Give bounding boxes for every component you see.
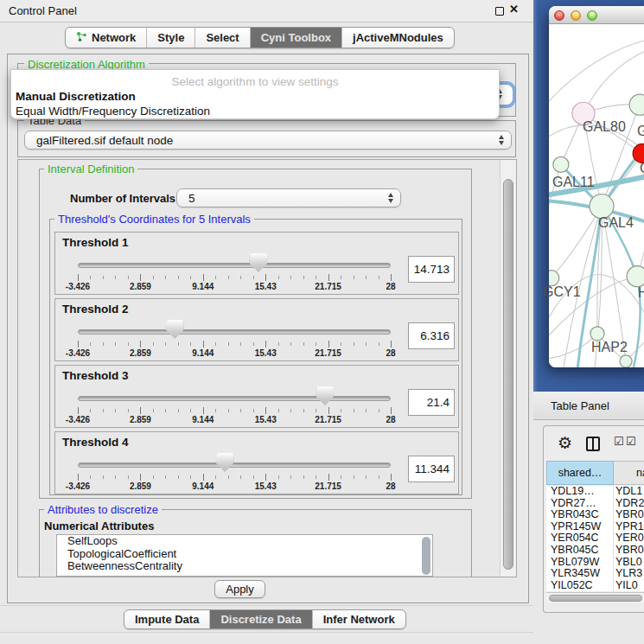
threshold-value-input[interactable] (408, 389, 455, 416)
cell-shared-name[interactable]: YLR345W (546, 568, 614, 580)
threshold-value-input[interactable] (408, 256, 455, 283)
tab-discretize-data[interactable]: Discretize Data (210, 610, 312, 628)
threshold-panel-3: Threshold 3 -3.4262.8599.14415.4321.7152… (54, 365, 459, 428)
slider-track[interactable] (78, 462, 391, 468)
table-row[interactable]: YBL079WYBL0 (546, 557, 644, 569)
cell-name[interactable]: YDL1 (614, 486, 644, 498)
cell-shared-name[interactable]: YIL052C (546, 580, 614, 591)
tab-cyni-toolbox[interactable]: Cyni Toolbox (251, 28, 342, 48)
cell-name[interactable]: YBL0 (614, 557, 644, 569)
cell-shared-name[interactable]: YER054C (546, 532, 614, 545)
tick-label: 2.859 (130, 481, 151, 491)
table-row[interactable]: YLR345WYLR3 (546, 568, 644, 580)
table-row[interactable]: YDR27…YDR2 (546, 498, 644, 510)
combo-stepper-icon (499, 135, 504, 145)
attribute-list-item[interactable]: TopologicalCoefficient (57, 548, 432, 561)
bottom-tab-bar: Impute Data Discretize Data Infer Networ… (124, 609, 406, 629)
cell-name[interactable]: YBR0 (614, 545, 644, 557)
close-icon[interactable]: ✕ (509, 3, 519, 16)
threshold-slider[interactable] (78, 385, 391, 405)
tick-label: -3.426 (66, 415, 90, 424)
close-traffic-light-icon[interactable] (554, 10, 564, 21)
tab-infer-network[interactable]: Infer Network (313, 610, 405, 628)
cell-shared-name[interactable]: YBR045C (546, 545, 614, 557)
network-graph[interactable] (549, 24, 644, 367)
slider-thumb[interactable] (316, 386, 334, 405)
table-row[interactable]: YPR145WYPR1 (546, 521, 644, 533)
tick-mark (379, 409, 379, 412)
cell-shared-name[interactable]: YBR043C (546, 509, 614, 521)
algorithm-popup-item[interactable]: Select algorithm to view settings (13, 74, 497, 89)
attributes-list-scrollbar[interactable] (422, 537, 430, 575)
attribute-list-item[interactable]: BetweennessCentrality (57, 560, 432, 573)
numerical-attributes-list[interactable]: SelfLoopsTopologicalCoefficientBetweenne… (56, 534, 433, 577)
checkbox-icon[interactable]: ☑ (626, 435, 636, 448)
tab-network[interactable]: Network (66, 28, 147, 48)
tick-mark (90, 342, 91, 346)
tick-mark (253, 475, 254, 479)
table-data-combo[interactable]: galFiltered.sif default node (24, 131, 512, 150)
tick-mark (203, 407, 204, 414)
network-canvas[interactable] (549, 24, 644, 367)
tab-style[interactable]: Style (147, 28, 195, 48)
tick-mark (190, 409, 191, 412)
table-row[interactable]: YIL052CYIL0 (546, 580, 644, 591)
minimize-traffic-light-icon[interactable] (571, 10, 581, 21)
slider-thumb[interactable] (216, 453, 234, 472)
number-of-intervals-combo[interactable]: 5 (176, 188, 401, 207)
column-header-name[interactable]: na (614, 461, 644, 485)
apply-button[interactable]: Apply (214, 580, 265, 598)
tick-mark (215, 475, 216, 479)
cell-name[interactable]: YER0 (614, 532, 644, 545)
table-row[interactable]: YER054CYER0 (546, 532, 644, 545)
slider-track[interactable] (78, 329, 391, 335)
cell-name[interactable]: YBR0 (614, 509, 644, 521)
table-row[interactable]: YDL19…YDL1 (546, 486, 644, 498)
algorithm-popup-item[interactable]: Equal Width/Frequency Discretization (13, 104, 497, 118)
tick-mark (103, 409, 104, 412)
tick-label: 21.715 (315, 348, 341, 358)
cell-name[interactable]: YLR3 (614, 568, 644, 580)
threshold-value-input[interactable] (408, 456, 455, 482)
slider-thumb[interactable] (166, 320, 184, 339)
algorithm-popup-item[interactable]: Manual Discretization (13, 89, 497, 104)
table-hscroll-thumb[interactable] (549, 595, 642, 602)
table-row[interactable]: YBR045CYBR0 (546, 545, 644, 557)
cell-shared-name[interactable]: YDL19… (546, 486, 614, 498)
attribute-list-item[interactable]: SelfLoops (57, 535, 432, 548)
slider-thumb[interactable] (249, 253, 267, 272)
threshold-slider[interactable] (78, 252, 391, 272)
cell-name[interactable]: YDR2 (614, 498, 644, 510)
threshold-label: Threshold 3 (62, 369, 129, 382)
column-header-shared-name[interactable]: shared… (546, 461, 614, 485)
gear-icon[interactable]: ⚙ (558, 433, 572, 453)
cell-name[interactable]: YPR1 (614, 521, 644, 533)
tab-select[interactable]: Select (195, 28, 250, 48)
tick-mark (303, 409, 304, 412)
viewport-scrollbar-thumb[interactable] (503, 179, 513, 570)
tick-mark (90, 475, 91, 479)
cell-shared-name[interactable]: YPR145W (546, 521, 614, 533)
table-row[interactable]: YBR043CYBR0 (546, 509, 644, 521)
float-window-icon[interactable] (495, 7, 504, 16)
tab-label: Select (206, 31, 239, 44)
tab-jactivemnodules[interactable]: jActiveMNodules (342, 28, 454, 48)
threshold-value-input[interactable] (408, 322, 455, 349)
cell-shared-name[interactable]: YDR27… (546, 498, 614, 510)
tick-mark (328, 341, 329, 348)
slider-track[interactable] (78, 263, 391, 268)
table-horizontal-scrollbar[interactable] (546, 592, 644, 603)
cell-name[interactable]: YIL0 (614, 580, 644, 591)
tick-mark (78, 274, 79, 281)
threshold-slider[interactable] (78, 451, 391, 472)
network-window-titlebar[interactable] (549, 6, 644, 24)
tick-mark (215, 409, 216, 412)
cell-shared-name[interactable]: YBL079W (546, 557, 614, 569)
threshold-slider[interactable] (78, 318, 391, 339)
checkbox-icon[interactable]: ☑ (614, 435, 624, 448)
tick-mark (203, 341, 204, 348)
split-columns-icon[interactable] (586, 437, 600, 451)
zoom-traffic-light-icon[interactable] (587, 10, 597, 21)
tab-impute-data[interactable]: Impute Data (124, 610, 210, 628)
slider-track[interactable] (78, 396, 391, 401)
